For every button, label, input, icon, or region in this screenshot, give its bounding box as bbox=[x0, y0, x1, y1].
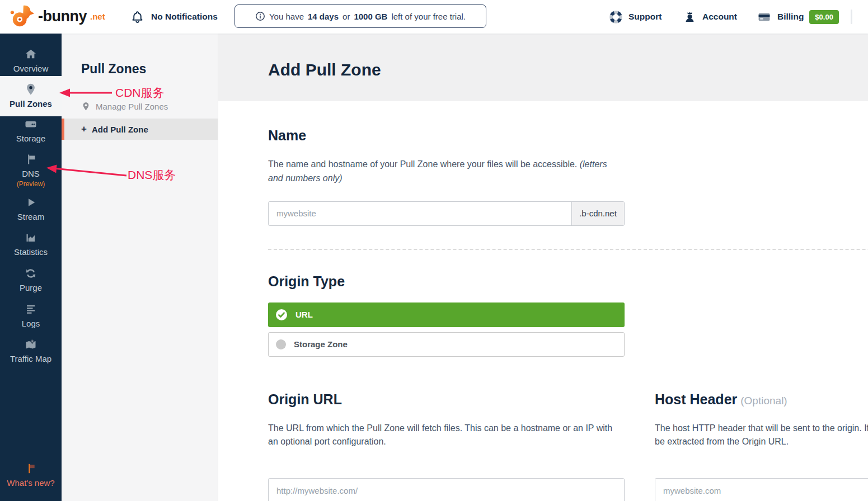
origin-type-option-label: Storage Zone bbox=[294, 339, 348, 349]
account-menu[interactable]: Account bbox=[683, 0, 737, 34]
sidebar-item-statistics[interactable]: Statistics bbox=[0, 231, 62, 257]
origin-type-option-label: URL bbox=[295, 310, 313, 319]
origin-url-section: Origin URL The URL from which the Pull Z… bbox=[268, 391, 625, 501]
area-chart-icon bbox=[24, 231, 37, 244]
support-menu[interactable]: Support bbox=[609, 0, 661, 34]
sidebar-item-logs[interactable]: Logs bbox=[0, 303, 62, 328]
play-icon bbox=[24, 196, 37, 209]
origin-type-heading: Origin Type bbox=[268, 273, 868, 290]
subsidebar-item-label: Manage Pull Zones bbox=[96, 102, 168, 111]
trial-banner: You have 14 days or 1000 GB left of your… bbox=[234, 4, 486, 28]
sidebar-item-sublabel: (Preview) bbox=[17, 180, 45, 188]
sidebar-item-label: DNS bbox=[22, 169, 40, 178]
notifications-button[interactable]: No Notifications bbox=[130, 0, 218, 34]
billing-label: Billing bbox=[777, 12, 804, 22]
credit-card-icon bbox=[757, 10, 772, 24]
sidebar-item-label: What's new? bbox=[7, 478, 54, 488]
support-label: Support bbox=[628, 12, 661, 22]
flag-icon bbox=[24, 462, 37, 475]
name-description: The name and hostname of your Pull Zone … bbox=[268, 158, 622, 186]
cdn-domain-addon: .b-cdn.net bbox=[571, 202, 624, 225]
billing-menu[interactable]: Billing $0.00 bbox=[757, 0, 839, 34]
origin-type-option-storage-zone[interactable]: Storage Zone bbox=[268, 332, 625, 357]
bunny-rabbit-icon bbox=[9, 4, 35, 28]
subsidebar-title: Pull Zones bbox=[81, 62, 146, 77]
host-header-input[interactable] bbox=[655, 479, 868, 501]
sidebar-item-label: Statistics bbox=[14, 247, 48, 257]
header-divider bbox=[851, 10, 852, 24]
sidebar-item-label: Pull Zones bbox=[10, 99, 52, 108]
subsidebar-item-manage-pull-zones[interactable]: Manage Pull Zones bbox=[81, 102, 218, 111]
name-heading: Name bbox=[268, 127, 868, 144]
map-icon bbox=[24, 338, 37, 351]
pull-zones-subsidebar: Pull Zones Manage Pull Zones + Add Pull … bbox=[62, 34, 218, 501]
pull-zone-name-group: .b-cdn.net bbox=[268, 201, 625, 226]
sidebar-item-purge[interactable]: Purge bbox=[0, 267, 62, 292]
server-icon bbox=[24, 117, 37, 131]
billing-balance-badge: $0.00 bbox=[809, 10, 839, 24]
trial-text-prefix: You have bbox=[269, 12, 304, 21]
main-content: Add Pull Zone Name The name and hostname… bbox=[218, 34, 868, 501]
origin-url-group bbox=[268, 478, 625, 501]
section-divider bbox=[268, 249, 868, 250]
app-window: -bunny .net No Notifications You have bbox=[0, 0, 868, 501]
optional-tag: (Optional) bbox=[740, 395, 787, 407]
sidebar-item-overview[interactable]: Overview bbox=[0, 48, 62, 73]
account-user-icon bbox=[683, 10, 697, 24]
origin-url-heading: Origin URL bbox=[268, 391, 625, 408]
host-header-description: The host HTTP header that will be sent t… bbox=[655, 422, 868, 450]
sidebar-item-pull-zones[interactable]: Pull Zones bbox=[0, 76, 62, 116]
notifications-label: No Notifications bbox=[151, 12, 218, 22]
sidebar-item-whats-new[interactable]: What's new? bbox=[0, 462, 62, 488]
main-sidebar: Overview Pull Zones bbox=[0, 34, 62, 501]
brand-name: -bunny bbox=[38, 8, 87, 25]
check-circle-icon bbox=[275, 309, 288, 321]
plus-icon: + bbox=[81, 124, 87, 135]
origin-type-option-url[interactable]: URL bbox=[268, 303, 625, 327]
sidebar-item-label: Logs bbox=[22, 319, 40, 328]
host-header-heading: Host Header(Optional) bbox=[655, 391, 868, 408]
trial-or: or bbox=[342, 12, 350, 21]
pull-zone-name-input[interactable] bbox=[269, 202, 571, 225]
name-section: Name The name and hostname of your Pull … bbox=[268, 127, 868, 226]
bell-icon bbox=[130, 10, 144, 24]
origin-url-description: The URL from which the Pull Zone will fe… bbox=[268, 422, 622, 450]
map-pin-icon bbox=[24, 83, 37, 96]
page-header-band: Add Pull Zone bbox=[218, 34, 868, 101]
host-header-group bbox=[655, 478, 868, 501]
map-pin-icon bbox=[81, 102, 91, 111]
radio-circle-icon bbox=[276, 339, 286, 349]
sidebar-item-label: Stream bbox=[17, 212, 44, 221]
sidebar-item-label: Purge bbox=[20, 283, 42, 292]
subsidebar-item-label: Add Pull Zone bbox=[92, 125, 148, 134]
trial-days: 14 days bbox=[308, 12, 339, 21]
account-label: Account bbox=[702, 12, 737, 22]
sidebar-item-label: Overview bbox=[13, 64, 49, 73]
life-ring-icon bbox=[609, 10, 623, 24]
origin-type-section: Origin Type URL Storage Zone bbox=[268, 273, 868, 357]
bunny-logo[interactable]: -bunny .net bbox=[9, 4, 105, 28]
info-icon bbox=[255, 11, 265, 21]
trial-text-suffix: left of your free trial. bbox=[391, 12, 466, 21]
sidebar-item-traffic-map[interactable]: Traffic Map bbox=[0, 338, 62, 363]
top-header: -bunny .net No Notifications You have bbox=[0, 0, 868, 34]
sign-icon bbox=[24, 153, 37, 166]
sync-icon bbox=[24, 267, 37, 280]
subsidebar-item-add-pull-zone[interactable]: + Add Pull Zone bbox=[62, 119, 218, 140]
sidebar-item-label: Traffic Map bbox=[10, 354, 51, 363]
home-icon bbox=[24, 48, 37, 61]
host-header-section: Host Header(Optional) The host HTTP head… bbox=[655, 391, 868, 501]
sidebar-item-storage[interactable]: Storage bbox=[0, 117, 62, 143]
sidebar-item-label: Storage bbox=[16, 134, 46, 143]
list-lines-icon bbox=[24, 303, 37, 316]
page-title: Add Pull Zone bbox=[268, 60, 868, 79]
sidebar-item-dns[interactable]: DNS (Preview) bbox=[0, 153, 62, 188]
sidebar-item-stream[interactable]: Stream bbox=[0, 196, 62, 221]
brand-tld: .net bbox=[90, 12, 105, 21]
origin-url-input[interactable] bbox=[269, 479, 624, 501]
trial-gb: 1000 GB bbox=[354, 12, 387, 21]
